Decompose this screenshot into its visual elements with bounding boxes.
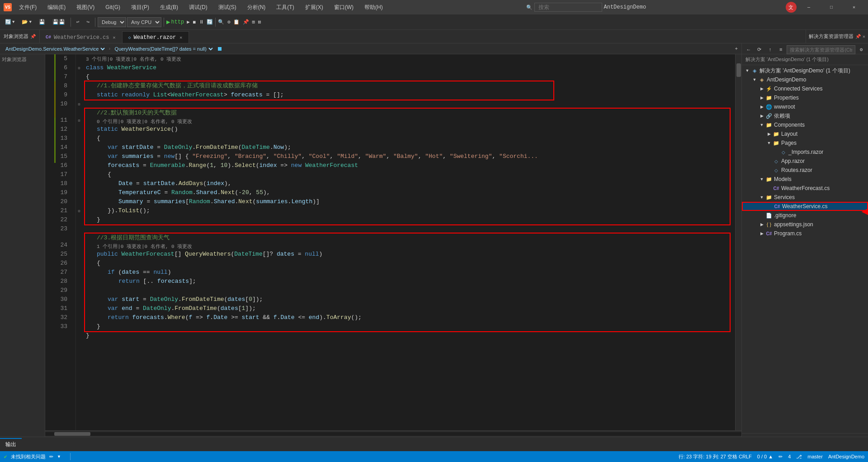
ref-text-23: 1 个引用|0 项更改|0 名作者, 0 项更改 [97, 243, 192, 250]
user-avatar[interactable]: 文 [786, 2, 797, 13]
menu-debug[interactable]: 调试(D) [185, 2, 211, 13]
tree-wwwroot[interactable]: ▶ 🌐 wwwroot [742, 102, 868, 111]
menu-build[interactable]: 生成(B) [156, 2, 182, 13]
menu-analyze[interactable]: 分析(N) [244, 2, 269, 13]
tab-weatherservice[interactable]: C# WeatherService.cs ✕ [40, 31, 122, 43]
code-content-wrapper[interactable]: 3 个引用|0 项更改|0 名作者, 0 项更改 class WeatherSe… [82, 54, 735, 430]
brace-close-33: } [86, 331, 90, 340]
punct-18c: ( [235, 188, 239, 197]
toolbar-new[interactable]: 🔄 ▼ [2, 17, 18, 27]
cn-datetime: DateTime [242, 143, 270, 152]
toolbar-undo[interactable]: ↩ [73, 17, 83, 27]
ca-10[interactable]: ⊟ [76, 100, 82, 109]
method-range: Range [189, 161, 206, 170]
object-browser-pin[interactable]: 📌 [30, 34, 36, 39]
tree-dependencies[interactable]: ▶ 🔗 依赖项 [742, 111, 868, 120]
minimize-button[interactable]: — [798, 0, 819, 14]
menu-project[interactable]: 项目(P) [127, 2, 153, 13]
tab-weather-razor[interactable]: ◇ Weather.razor ✕ [122, 31, 189, 43]
prop-summaries: summaries [122, 152, 157, 161]
menu-edit[interactable]: 编辑(E) [44, 2, 69, 13]
solution-root[interactable]: ▼ ◈ 解决方案 'AntDesignDemo' (1 个项目) [742, 66, 868, 75]
ref-text-10: 0 个引用|0 项更改|0 名作者, 0 项更改 [97, 118, 192, 125]
add-breadcrumb-button[interactable]: + [735, 46, 738, 52]
tab-weather-close[interactable]: ✕ [179, 34, 183, 41]
output-tab[interactable]: 输出 [0, 438, 22, 450]
toolbar-open[interactable]: 📂 ▼ [19, 17, 34, 27]
sol-close-icon[interactable]: ✕ [863, 34, 865, 39]
tree-layout[interactable]: ▶ 📁 Layout [742, 129, 868, 138]
sol-up-button[interactable]: ↑ [765, 45, 775, 55]
tree-services[interactable]: ▼ 📁 Services [742, 193, 868, 202]
horizontal-scrollbar[interactable] [45, 430, 741, 437]
tree-properties[interactable]: ▶ 📁 Properties [742, 93, 868, 102]
tree-program-cs[interactable]: ▶ C# Program.cs [742, 229, 868, 238]
tree-weatherservice-cs[interactable]: ▶ C# WeatherService.cs [742, 202, 868, 211]
menu-git[interactable]: Git(G) [102, 2, 124, 12]
close-button[interactable]: ✕ [844, 0, 864, 14]
title-search-input[interactable] [534, 3, 602, 12]
menu-help[interactable]: 帮助(H) [361, 2, 387, 13]
tree-routes-razor[interactable]: ▶ ◇ Routes.razor [742, 166, 868, 175]
toolbar-save[interactable]: 💾 [36, 17, 48, 27]
tree-models[interactable]: ▼ 📁 Models [742, 175, 868, 184]
sol-unpin-icon[interactable]: 📌 [855, 34, 861, 39]
tree-pages[interactable]: ▼ 📁 Pages [742, 138, 868, 148]
pages-label: Pages [781, 140, 797, 146]
collapse-arrows: ⊟ ⊟ ⊟ ⊟ [76, 54, 82, 430]
kw-if: if [108, 268, 118, 277]
method-select[interactable]: QueryWeathers(DateTime[]? dates = null) [113, 46, 214, 52]
h-scrollbar-thumb[interactable] [54, 432, 90, 436]
annotation-block-2: //2.默认预测10天的天气数据 0 个引用|0 项更改|0 名作者, 0 项更… [86, 109, 735, 224]
punct-13b: ( [238, 143, 242, 152]
cn-wf2: WeatherForecast [305, 161, 358, 170]
menu-file[interactable]: 文件(F) [15, 2, 40, 13]
menu-extensions[interactable]: 扩展(X) [302, 2, 327, 13]
tree-weatherforecast-cs[interactable]: ▶ C# WeatherForecast.cs [742, 184, 868, 193]
prop-dates4: dates [221, 304, 238, 313]
bracket-30b: ]); [245, 304, 255, 313]
ln-15: 15 [56, 152, 71, 161]
ca-21[interactable]: ⊟ [76, 206, 82, 215]
kw-public: public [97, 250, 122, 259]
tree-appsettings[interactable]: ▶ { } appsettings.json [742, 220, 868, 229]
toolbar-redo[interactable]: ↪ [83, 17, 93, 27]
menu-test[interactable]: 测试(S) [215, 2, 240, 13]
debug-config-select[interactable]: Debug [98, 17, 126, 27]
sol-back-button[interactable]: ← [744, 45, 754, 55]
solution-scrollbar[interactable] [742, 433, 868, 437]
start-debug-button[interactable]: ▶ [166, 18, 170, 26]
toolbar-saveall[interactable]: 💾💾 [49, 17, 68, 27]
tree-connected-services[interactable]: ▶ ⚡ Connected Services [742, 84, 868, 93]
sol-sync-button[interactable]: ⟳ [755, 45, 764, 55]
ca-6[interactable]: ⊟ [76, 63, 82, 72]
sol-settings-button[interactable]: ⚙ [856, 45, 866, 55]
tree-components[interactable]: ▼ 📁 Components [742, 120, 868, 129]
code-line-9 [86, 100, 735, 109]
namespace-select[interactable]: AntDesignDemo.Services.WeatherService [4, 46, 106, 52]
vertical-scrollbar[interactable] [735, 54, 741, 430]
method-ctor: WeatherService [122, 125, 171, 134]
ln-20: 20 [56, 197, 71, 206]
ca-7 [76, 72, 82, 81]
project-root[interactable]: ▼ ◈ AntDesignDemo [742, 75, 868, 84]
tree-app-razor[interactable]: ▶ ◇ App.razor [742, 157, 868, 166]
solution-search-input[interactable] [787, 45, 855, 54]
punct-18a: . [193, 188, 196, 197]
tree-imports-razor[interactable]: ▶ ◇ _Imports.razor [742, 148, 868, 157]
kw-new14: new [164, 152, 175, 161]
sol-show-all-button[interactable]: ≡ [776, 45, 786, 55]
menu-window[interactable]: 窗口(W) [330, 2, 357, 13]
ln-33: 33 [56, 322, 71, 331]
menu-view[interactable]: 视图(V) [73, 2, 98, 13]
maximize-button[interactable]: □ [821, 0, 842, 14]
ln-28: 28 [56, 277, 71, 286]
scrollbar-thumb[interactable] [736, 63, 741, 77]
tree-gitignore[interactable]: ▶ 📄 .gitignore [742, 211, 868, 220]
platform-select[interactable]: Any CPU [127, 17, 161, 27]
ca-11[interactable]: ⊟ [76, 116, 82, 125]
menu-tools[interactable]: 工具(T) [273, 2, 297, 13]
tab-weatherservice-close[interactable]: ✕ [112, 34, 116, 41]
code-line-12: { [86, 134, 735, 143]
punct-15b: ( [206, 161, 210, 170]
